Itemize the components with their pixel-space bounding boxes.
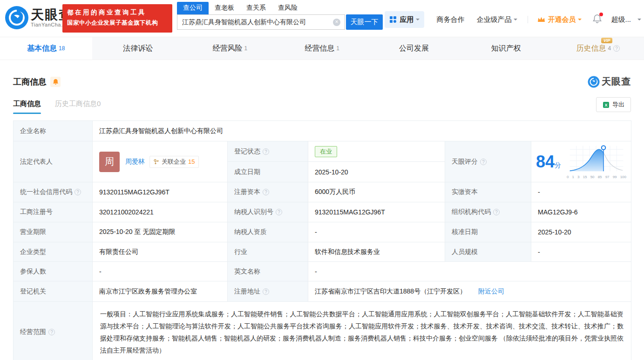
export-button[interactable]: X 导出: [596, 97, 631, 112]
score-marker-pin: [602, 146, 605, 149]
tick-label: 85: [598, 175, 602, 179]
vip-label: 开通会员: [548, 15, 576, 24]
address-value: 江苏省南京市江宁区吉印大道1888号（江宁开发区）: [315, 287, 466, 295]
taxpayer-quality-value: -: [308, 222, 445, 242]
org-code-label: 组织机构代码: [445, 202, 531, 222]
tab-history-info[interactable]: 历史信息 VIP 4: [552, 37, 644, 60]
reg-authority-value: 南京市江宁区政务服务管理办公室: [93, 281, 228, 302]
tick-label: 99: [613, 175, 617, 179]
menu-open-vip[interactable]: 开通会员: [537, 15, 582, 24]
help-icon[interactable]: [263, 148, 269, 155]
tick-label: 1: [572, 175, 574, 179]
search-tab-relation[interactable]: 查关系: [240, 2, 272, 14]
related-label: 关联企业: [162, 158, 186, 166]
menu-biz-cooperation[interactable]: 商务合作: [436, 15, 464, 24]
help-icon[interactable]: [48, 329, 55, 335]
help-icon[interactable]: [480, 159, 487, 165]
svg-text:X: X: [604, 103, 607, 107]
related-companies-badge[interactable]: 关联企业 15: [149, 156, 199, 168]
related-count: 15: [188, 158, 195, 165]
crown-icon: [537, 16, 545, 23]
company-name-value: 江苏鼎汇具身智能机器人创新中心有限公司: [93, 121, 631, 141]
insured-label: 参保人数: [14, 262, 93, 281]
tianyancha-logo-icon: [588, 76, 600, 88]
establish-date-value: 2025-10-20: [308, 162, 445, 182]
notification-bell[interactable]: [593, 14, 602, 25]
search-tab-risk[interactable]: 查风险: [272, 2, 304, 14]
help-icon[interactable]: [263, 288, 269, 295]
header: 天眼查 TianYanCha.com 都在用的商业查询工具 国家中小企业发展子基…: [0, 0, 644, 37]
enterprise-label: 企业级产品: [476, 15, 511, 24]
approval-date-label: 核准日期: [445, 222, 531, 242]
tab-count: 1: [244, 45, 248, 52]
super-vip-label: 超级...: [611, 15, 631, 24]
apps-grid-icon: [389, 16, 397, 23]
help-icon[interactable]: [263, 189, 269, 195]
search-tab-boss[interactable]: 查老板: [209, 2, 240, 14]
search-tabs: 查公司 查老板 查关系 查风险: [177, 2, 383, 14]
paid-capital-value: -: [531, 182, 631, 202]
tab-label: 公司发展: [399, 44, 429, 53]
search-input[interactable]: [177, 19, 333, 26]
reg-capital-value: 6000万人民币: [308, 182, 445, 202]
table-row: 登记机关 南京市江宁区政务服务管理办公室 注册地址 江苏省南京市江宁区吉印大道1…: [14, 281, 631, 302]
legal-rep-avatar[interactable]: 周: [99, 152, 120, 172]
menu-super-vip[interactable]: 超级...: [611, 15, 641, 24]
apps-label: 应用: [400, 15, 414, 24]
tab-intellectual-property[interactable]: 知识产权: [460, 37, 552, 60]
business-info-subtabs: 工商信息 历史工商信息0: [13, 100, 115, 114]
english-name-value: -: [308, 262, 631, 281]
vip-badge: VIP: [601, 38, 613, 43]
subtab-business-info[interactable]: 工商信息: [13, 100, 41, 114]
subscribe-bell-icon[interactable]: [50, 77, 61, 87]
tab-company-development[interactable]: 公司发展: [368, 37, 460, 60]
help-icon[interactable]: [75, 189, 81, 195]
tab-label: 法律诉讼: [123, 44, 153, 53]
table-row: 企业类型 有限责任公司 行业 软件和信息技术服务业 人员规模 -: [14, 242, 631, 262]
score-label: 天眼评分: [445, 141, 531, 182]
promo-line2: 国家中小企业发展子基金旗下机构: [67, 19, 168, 27]
nearby-companies-link[interactable]: 附近公司: [478, 287, 504, 295]
tab-business-info[interactable]: 经营信息 1: [276, 37, 368, 60]
credit-code-value: 91320115MAG12GJ96T: [93, 182, 228, 202]
table-row: 参保人数 - 英文名称 -: [14, 262, 631, 281]
export-label: 导出: [612, 100, 624, 109]
score-value: 84分: [536, 153, 561, 170]
subtab-history-business-info[interactable]: 历史工商信息0: [55, 100, 101, 114]
business-scope-label: 经营范围: [14, 302, 93, 360]
chevron-down-icon: [637, 19, 641, 22]
taxpayer-id-label: 纳税人识别号: [228, 202, 308, 222]
clear-icon[interactable]: [333, 19, 340, 26]
legal-rep-name-link[interactable]: 周爱林: [125, 158, 145, 166]
legal-rep-cell: 周 周爱林 关联企业 15: [93, 141, 228, 182]
search-tab-company[interactable]: 查公司: [177, 2, 209, 14]
score-distribution-chart: 0131550859799100: [567, 144, 626, 179]
help-icon[interactable]: [613, 45, 620, 52]
menu-enterprise-products[interactable]: 企业级产品: [476, 15, 517, 24]
relation-icon: [154, 159, 159, 165]
tab-label: 经营风险: [213, 44, 243, 53]
apps-menu[interactable]: 应用: [385, 11, 424, 28]
table-row: 经营范围 一般项目：人工智能行业应用系统集成服务；人工智能硬件销售；人工智能公共…: [14, 302, 631, 360]
english-name-label: 英文名称: [228, 262, 308, 281]
help-icon[interactable]: [493, 209, 500, 215]
paid-capital-label: 实缴资本: [445, 182, 531, 202]
tick-label: 0: [567, 175, 569, 179]
menu-divider: [528, 16, 528, 23]
help-icon[interactable]: [276, 209, 282, 215]
table-row: 企业名称 江苏鼎汇具身智能机器人创新中心有限公司: [14, 121, 631, 141]
staff-size-label: 人员规模: [445, 242, 531, 262]
company-type-label: 企业类型: [14, 242, 93, 262]
reg-status-label: 登记状态: [228, 141, 308, 162]
tab-label: 历史信息: [576, 44, 606, 52]
status-badge: 在业: [315, 146, 337, 157]
search-button[interactable]: 天眼一下: [346, 14, 383, 30]
legal-rep-label: 法定代表人: [14, 141, 93, 182]
tab-operational-risk[interactable]: 经营风险 1: [184, 37, 276, 60]
tab-basic-info[interactable]: 基本信息 18: [0, 37, 92, 60]
biz-term-value: 2025-10-20 至 无固定期限: [93, 222, 228, 242]
table-row: 统一社会信用代码 91320115MAG12GJ96T 注册资本 6000万人民…: [14, 182, 631, 202]
score-cell[interactable]: 84分: [531, 141, 631, 182]
tab-legal-proceedings[interactable]: 法律诉讼: [92, 37, 184, 60]
tab-label: 经营信息: [305, 44, 334, 53]
